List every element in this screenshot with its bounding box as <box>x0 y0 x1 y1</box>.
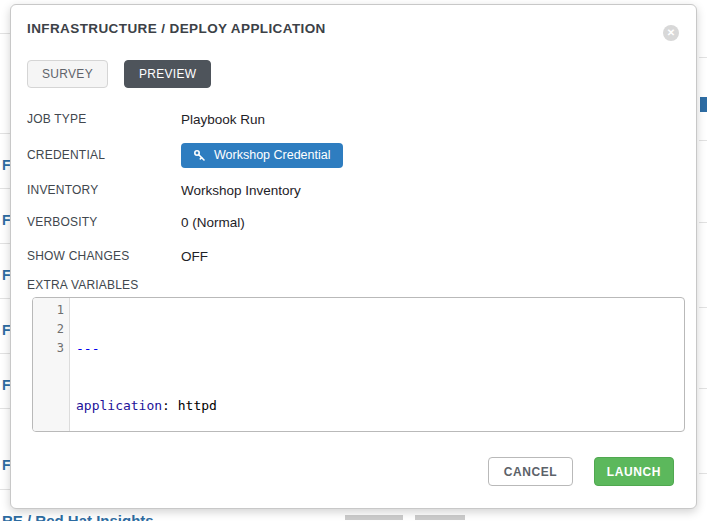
background-divider <box>0 133 10 134</box>
field-row-job-type: JOB TYPE Playbook Run <box>27 110 680 128</box>
yaml-key: application <box>76 398 162 413</box>
yaml-value: httpd <box>178 398 217 413</box>
close-icon[interactable]: ✕ <box>663 25 679 41</box>
code-line: --- <box>76 339 684 358</box>
launch-button[interactable]: LAUNCH <box>594 457 674 486</box>
background-divider <box>0 33 10 34</box>
background-divider <box>0 243 10 244</box>
field-row-show-changes: SHOW CHANGES OFF <box>27 247 680 265</box>
field-value: Workshop Inventory <box>181 183 301 198</box>
background-divider <box>0 489 10 490</box>
key-icon <box>193 149 206 162</box>
line-number: 2 <box>33 320 64 339</box>
field-value: Playbook Run <box>181 112 265 127</box>
credential-badge-label: Workshop Credential <box>214 148 331 162</box>
code-line: application: httpd <box>76 396 684 415</box>
modal-actions: CANCEL LAUNCH <box>488 457 674 486</box>
deploy-application-modal: INFRASTRUCTURE / DEPLOY APPLICATION ✕ SU… <box>10 4 697 509</box>
field-row-verbosity: VERBOSITY 0 (Normal) <box>27 213 680 231</box>
cancel-button[interactable]: CANCEL <box>488 457 573 486</box>
field-label: VERBOSITY <box>27 215 181 229</box>
credential-badge[interactable]: Workshop Credential <box>181 143 343 168</box>
line-number: 1 <box>33 301 64 320</box>
background-divider <box>0 408 10 409</box>
background-divider <box>699 140 707 141</box>
field-list: JOB TYPE Playbook Run CREDENTIAL <box>27 110 680 292</box>
line-number: 3 <box>33 339 64 358</box>
yaml-doc-separator: --- <box>76 341 99 356</box>
field-row-inventory: INVENTORY Workshop Inventory <box>27 181 680 199</box>
tab-preview[interactable]: PREVIEW <box>124 60 211 88</box>
background-divider <box>699 307 707 308</box>
background-divider <box>0 188 10 189</box>
field-value: 0 (Normal) <box>181 215 245 230</box>
field-label: CREDENTIAL <box>27 148 181 162</box>
extra-variables-label: EXTRA VARIABLES <box>27 278 680 292</box>
editor-code[interactable]: --- application: httpd <box>70 298 684 431</box>
screen: F F F F F F RE / Red Hat Insights INFRAS… <box>0 0 707 521</box>
background-divider <box>699 222 707 223</box>
tab-survey[interactable]: SURVEY <box>27 60 108 88</box>
background-text-fragment <box>415 515 465 520</box>
field-label: SHOW CHANGES <box>27 249 181 263</box>
field-row-credential: CREDENTIAL Workshop Credential <box>27 142 680 168</box>
background-divider <box>699 57 707 58</box>
background-divider <box>0 353 10 354</box>
field-label: INVENTORY <box>27 183 181 197</box>
tab-bar: SURVEY PREVIEW <box>27 60 211 88</box>
background-text-fragment <box>345 515 403 520</box>
field-value: OFF <box>181 249 208 264</box>
modal-title: INFRASTRUCTURE / DEPLOY APPLICATION <box>27 21 326 36</box>
yaml-colon: : <box>162 398 178 413</box>
field-label: JOB TYPE <box>27 112 181 126</box>
background-blue-element <box>700 97 707 112</box>
background-divider <box>699 388 707 389</box>
extra-variables-editor[interactable]: 1 2 3 --- application: httpd <box>32 297 685 432</box>
background-divider <box>699 473 707 474</box>
background-text-fragment: RE / Red Hat Insights <box>2 512 154 521</box>
editor-line-numbers: 1 2 3 <box>33 298 70 431</box>
background-divider <box>0 298 10 299</box>
